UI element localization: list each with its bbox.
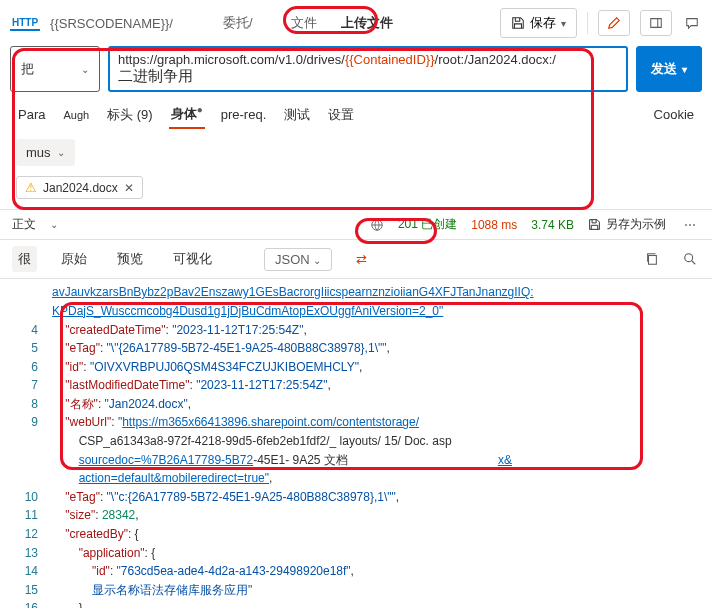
chevron-down-icon: ⌄ (50, 219, 58, 230)
resptab-raw[interactable]: 原始 (55, 246, 93, 272)
url-variable: {{ContainedID}} (345, 52, 435, 67)
url-prefix: https://graph.microsoft.com/v1.0/drives/ (118, 52, 345, 67)
method-dropdown[interactable]: 把 ⌄ (10, 46, 100, 92)
breadcrumb-2: 文件 (291, 14, 317, 32)
chevron-down-icon: ⌄ (81, 64, 89, 75)
breadcrumb-codename: {{SRSCODENAME}}/ (50, 16, 173, 31)
save-icon (588, 218, 601, 231)
tab-params[interactable]: Para (16, 103, 47, 126)
save-button[interactable]: 保存 ▾ (500, 8, 577, 38)
search-icon[interactable] (680, 249, 700, 269)
panel-button[interactable] (640, 10, 672, 36)
warning-icon: ⚠ (25, 180, 37, 195)
response-label: 正文 (12, 216, 36, 233)
pencil-icon (607, 16, 621, 30)
tab-prereq[interactable]: pre-req. (219, 103, 269, 126)
file-chip[interactable]: ⚠ Jan2024.docx ✕ (16, 176, 143, 199)
tab-tests[interactable]: 测试 (282, 102, 312, 128)
tab-body[interactable]: 身体● (169, 100, 205, 129)
status-code: 201 (398, 217, 418, 231)
send-label: 发送 (651, 60, 677, 78)
status-text: 已创建 (421, 217, 457, 231)
save-label: 保存 (530, 14, 556, 32)
breadcrumb-3: 上传文件 (341, 14, 393, 32)
http-badge: HTTP (10, 16, 40, 31)
url-suffix: /root:/Jan2024.docx:/ (435, 52, 556, 67)
chevron-down-icon: ▾ (682, 64, 687, 75)
response-time: 1088 ms (471, 218, 517, 232)
response-size: 3.74 KB (531, 218, 574, 232)
resptab-visualize[interactable]: 可视化 (167, 246, 218, 272)
save-example-label: 另存为示例 (606, 216, 666, 233)
url-input[interactable]: https://graph.microsoft.com/v1.0/drives/… (108, 46, 628, 92)
copy-icon[interactable] (642, 249, 662, 269)
response-body[interactable]: avJauvkzarsBnBybz2pBav2Enszawy1GEsBacror… (0, 279, 712, 608)
panel-icon (649, 16, 663, 30)
tab-headers[interactable]: 标头 (9) (105, 102, 155, 128)
network-icon (370, 218, 384, 232)
close-icon[interactable]: ✕ (124, 181, 134, 195)
wrap-icon[interactable]: ⇄ (350, 248, 373, 271)
body-type-dropdown[interactable]: mus ⌄ (16, 139, 75, 166)
send-button[interactable]: 发送 ▾ (636, 46, 702, 92)
chevron-down-icon: ⌄ (57, 147, 65, 158)
method-label: 把 (21, 60, 34, 78)
save-icon (511, 16, 525, 30)
chevron-down-icon: ▾ (561, 18, 566, 29)
breadcrumb-1: 委托/ (223, 14, 253, 32)
file-chip-label: Jan2024.docx (43, 181, 118, 195)
tab-auth[interactable]: Augh (61, 105, 91, 125)
svg-rect-1 (649, 256, 657, 265)
svg-point-2 (685, 254, 693, 262)
resptab-json[interactable]: JSON ⌄ (264, 248, 332, 271)
body-type-label: mus (26, 145, 51, 160)
resptab-pretty[interactable]: 很 (12, 246, 37, 272)
tab-settings[interactable]: 设置 (326, 102, 356, 128)
edit-button[interactable] (598, 10, 630, 36)
comment-icon[interactable] (682, 13, 702, 33)
tab-cookies[interactable]: Cookie (652, 103, 696, 126)
resptab-preview[interactable]: 预览 (111, 246, 149, 272)
save-example-button[interactable]: 另存为示例 (588, 216, 666, 233)
url-sub: 二进制争用 (118, 67, 618, 86)
more-icon[interactable]: ⋯ (680, 218, 700, 232)
